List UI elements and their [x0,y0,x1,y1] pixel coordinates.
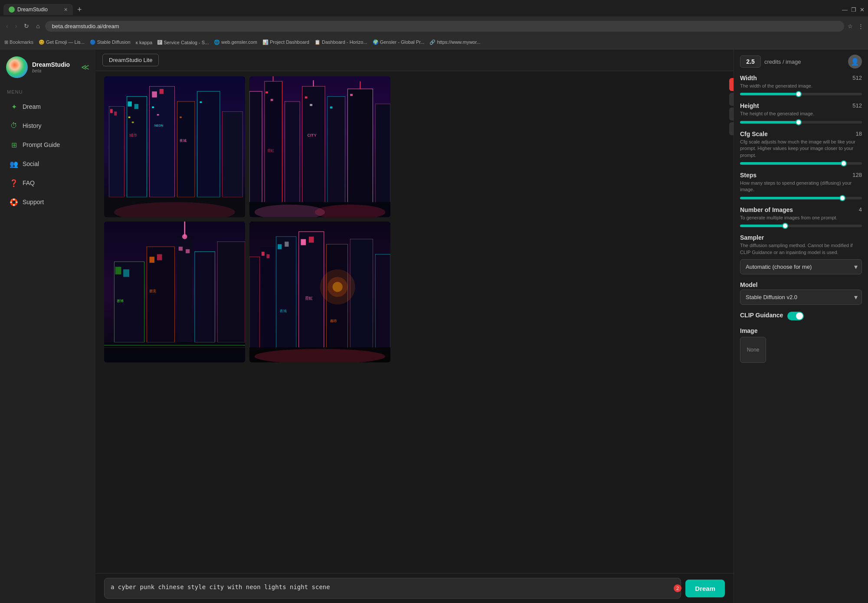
image-cell-2[interactable]: 霓虹 CITY [249,76,390,217]
svg-text:霓虹: 霓虹 [305,296,313,300]
refresh-btn[interactable]: ↻ [22,21,31,31]
cfg-scale-label: Cfg Scale [740,130,768,137]
dreamstudio-logo [6,56,28,78]
bookmark-star[interactable]: ☆ [848,23,853,29]
svg-rect-6 [134,104,138,109]
forward-btn[interactable]: › [13,21,19,31]
sidebar-item-history-label: History [23,122,42,129]
model-dropdown[interactable]: Stable Diffusion v2.0 Stable Diffusion v… [740,290,862,305]
image-cell-3[interactable]: 赛博 朋克 [104,222,245,362]
svg-rect-21 [157,114,159,115]
bookmarks-bar: ⊞ Bookmarks 😊 Get Emoji — Lis... 🔵 Stabl… [0,36,868,49]
city-image-4: 夜城 霓虹 都市 [249,222,390,362]
steps-label: Steps [740,172,757,179]
sidebar-collapse-btn[interactable]: ≪ [81,62,89,72]
bookmark-stable-diffusion[interactable]: 🔵 Stable Diffusion [90,39,131,45]
new-tab-btn[interactable]: + [73,3,86,17]
svg-rect-4 [127,96,147,197]
svg-rect-19 [132,121,134,123]
svg-rect-27 [285,101,300,217]
height-section: Height 512 The height of the generated i… [740,102,862,123]
clip-guidance-toggle[interactable] [787,312,804,320]
home-btn[interactable]: ⌂ [34,21,41,31]
sidebar-item-social[interactable]: 👥 Social [3,155,93,173]
bookmark-project-dashboard[interactable]: 📊 Project Dashboard [262,39,309,45]
right-panel: 2.5 credits / image 👤 Width 512 The widt… [734,49,868,603]
steps-section: Steps 128 How many steps to spend genera… [740,172,862,199]
image-none-box[interactable]: None [740,337,766,363]
sampler-section: Sampler The diffusion sampling method. C… [740,234,862,274]
sidebar-sub: beta [32,68,70,73]
svg-point-81 [333,282,343,292]
prompt-bar: 2 Dream [95,573,734,603]
bookmark-getemoji[interactable]: 😊 Get Emoji — Lis... [39,39,85,45]
copy-image-btn[interactable]: ⧉ [729,108,734,121]
close-browser-btn[interactable]: ✕ [860,7,865,13]
steps-desc: How many steps to spend generating (diff… [740,180,862,193]
bookmark-service-catalog[interactable]: 🅿 Service Catalog - S... [157,40,209,45]
image-cell-1[interactable]: 城市 NEON 夜城 [104,76,245,217]
clip-guidance-knob [796,313,803,319]
svg-rect-52 [157,254,162,260]
social-icon: 👥 [10,160,18,168]
bookmark-mywor[interactable]: 🔗 https://www.mywor... [429,39,480,45]
svg-rect-40 [350,94,353,96]
tab-favicon [9,7,15,13]
bookmark-dashboard-horizo[interactable]: 📋 Dashboard - Horizo... [314,39,367,45]
sampler-desc: The diffusion sampling method. Cannot be… [740,242,862,256]
credits-bar: 2.5 credits / image 👤 [740,55,862,68]
image-section: Image None [740,327,862,363]
sidebar-item-faq[interactable]: ❓ FAQ [3,174,93,192]
sidebar-item-social-label: Social [23,160,39,167]
svg-rect-48 [115,267,121,274]
dream-btn[interactable]: Dream [685,580,725,597]
bookmark-gensler[interactable]: 🌐 web.gensler.com [214,39,257,45]
image-none-text: None [747,347,760,353]
svg-text:夜城: 夜城 [280,309,287,313]
close-image-btn[interactable]: ✕ [729,78,734,91]
width-label: Width [740,75,757,81]
sampler-dropdown[interactable]: Automatic (choose for me) DDIM PLMS K_EU… [740,259,862,274]
dreamstudio-lite-btn[interactable]: DreamStudio Lite [102,54,159,66]
sidebar-item-history[interactable]: ⏱ History [3,117,93,135]
sidebar-item-prompt-guide[interactable]: ⊞ Prompt Guide [3,136,93,154]
prompt-badge: 2 [674,584,681,592]
svg-text:城市: 城市 [129,133,137,137]
svg-rect-36 [271,99,273,101]
extensions-btn[interactable]: ⋮ [858,23,864,29]
bookmark-gensler-global[interactable]: 🌍 Gensler - Global Pr... [373,39,425,45]
svg-rect-2 [110,109,113,113]
width-section: Width 512 The width of the generated ima… [740,75,862,95]
main-content: DreamStudio Lite [95,49,734,603]
sidebar-item-dream[interactable]: ✦ Dream [3,98,93,116]
image-cell-4[interactable]: 夜城 霓虹 都市 [249,222,390,362]
sidebar-item-support[interactable]: 🛟 Support [3,193,93,211]
minimize-btn[interactable]: — [842,7,848,13]
save-image-btn[interactable]: ⬇ [729,93,734,106]
svg-rect-58 [195,252,215,342]
url-input[interactable] [45,21,844,32]
tab-close-btn[interactable]: ✕ [64,7,68,13]
browser-chrome: DreamStudio ✕ + — ❐ ✕ ‹ › ↻ ⌂ ☆ ⋮ ⊞ Book… [0,0,868,49]
svg-text:夜城: 夜城 [180,139,187,143]
svg-rect-8 [152,91,157,98]
video-btn[interactable]: ▶ [729,122,734,135]
num-images-value: 4 [859,206,862,215]
sidebar-item-support-label: Support [23,199,44,205]
back-btn[interactable]: ‹ [4,21,10,31]
svg-rect-23 [200,101,202,103]
prompt-input[interactable] [104,578,681,599]
svg-rect-51 [149,257,154,263]
svg-rect-66 [249,257,259,362]
browser-tab-active[interactable]: DreamStudio ✕ [3,4,73,15]
svg-rect-56 [179,247,183,251]
bookmark-kappa[interactable]: κ kappa [136,40,153,45]
sidebar: DreamStudio beta ≪ MENU ✦ Dream ⏱ Histor… [0,49,95,603]
tab-bar: DreamStudio ✕ + — ❐ ✕ [0,0,868,16]
user-avatar[interactable]: 👤 [848,55,862,68]
svg-text:霓虹: 霓虹 [267,149,274,153]
image-area: 城市 NEON 夜城 [95,71,734,573]
restore-btn[interactable]: ❐ [851,7,856,13]
svg-text:CITY: CITY [307,133,316,137]
svg-point-55 [182,234,187,239]
